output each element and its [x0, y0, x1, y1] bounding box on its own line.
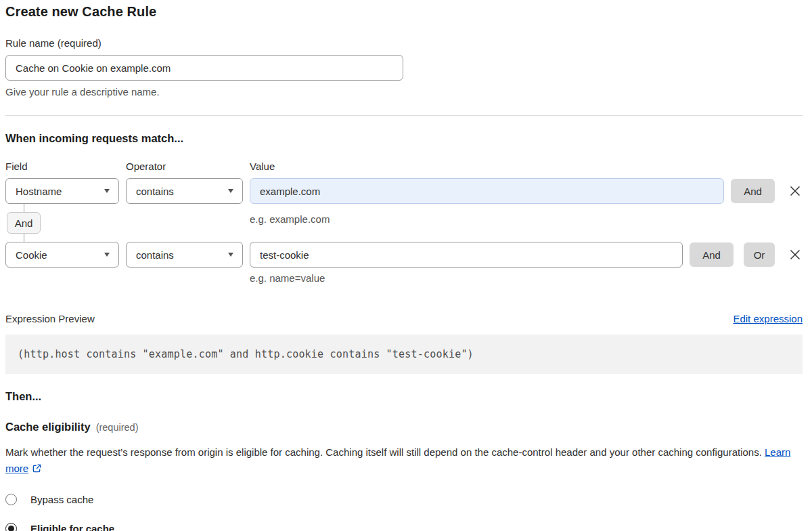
expression-preview-label: Expression Preview — [5, 313, 95, 324]
rule-name-section: Rule name (required) Give your rule a de… — [5, 37, 803, 98]
external-link-icon — [32, 463, 42, 473]
chevron-down-icon — [104, 253, 110, 257]
section-divider — [5, 115, 803, 116]
operator-select-1[interactable]: contains — [126, 178, 243, 204]
cache-eligibility-description: Mark whether the request’s response from… — [5, 444, 803, 477]
condition-column-labels: Field Operator Value — [5, 161, 803, 172]
remove-condition-2-button[interactable] — [788, 247, 803, 262]
field-select-1-value: Hostname — [16, 186, 62, 197]
field-column-label: Field — [5, 161, 126, 172]
connector-and-button[interactable]: And — [7, 212, 41, 234]
cache-eligibility-title: Cache eligibility — [5, 421, 91, 433]
match-heading: When incoming requests match... — [5, 132, 803, 145]
rule-name-label: Rule name (required) — [5, 37, 803, 49]
edit-expression-link[interactable]: Edit expression — [733, 313, 803, 324]
value-hint-1: e.g. example.com — [250, 213, 330, 225]
condition-connector-area: And e.g. example.com — [5, 204, 803, 242]
operator-select-1-value: contains — [136, 186, 174, 197]
field-select-1[interactable]: Hostname — [5, 178, 119, 204]
radio-label-bypass[interactable]: Bypass cache — [30, 494, 93, 505]
radio-unselected-icon[interactable] — [5, 494, 17, 505]
condition-row-1: Hostname contains And — [5, 178, 803, 204]
value-column-label: Value — [250, 161, 803, 172]
x-icon — [789, 249, 801, 261]
then-heading: Then... — [5, 390, 803, 403]
chevron-down-icon — [228, 253, 233, 257]
x-icon — [789, 185, 801, 197]
operator-select-2[interactable]: contains — [126, 242, 243, 268]
value-input-1[interactable] — [250, 178, 724, 204]
value-hint-2: e.g. name=value — [250, 272, 803, 284]
add-and-button-2[interactable]: And — [690, 242, 734, 267]
radio-option-bypass-cache[interactable]: Bypass cache — [5, 492, 803, 506]
create-cache-rule-page: Create new Cache Rule Rule name (require… — [0, 0, 812, 531]
radio-label-eligible[interactable]: Eligible for cache — [30, 523, 114, 531]
description-text: Mark whether the request’s response from… — [5, 446, 762, 458]
add-or-button-2[interactable]: Or — [744, 242, 775, 267]
rule-name-helper: Give your rule a descriptive name. — [5, 86, 803, 98]
rule-name-input[interactable] — [5, 55, 403, 81]
required-note: (required) — [96, 422, 139, 433]
operator-select-2-value: contains — [136, 249, 174, 261]
field-select-2[interactable]: Cookie — [5, 242, 119, 268]
page-title: Create new Cache Rule — [5, 4, 803, 20]
chevron-down-icon — [228, 189, 233, 193]
expression-code-block: (http.host contains "example.com" and ht… — [5, 335, 803, 374]
operator-column-label: Operator — [126, 161, 250, 172]
condition-row-2: Cookie contains And Or — [5, 242, 803, 268]
field-select-2-value: Cookie — [16, 249, 47, 261]
chevron-down-icon — [104, 189, 110, 193]
value-input-2[interactable] — [250, 242, 683, 268]
cache-eligibility-header: Cache eligibility (required) — [5, 421, 803, 433]
add-and-button-1[interactable]: And — [731, 179, 775, 203]
radio-selected-icon[interactable] — [5, 523, 17, 531]
expression-preview-header: Expression Preview Edit expression — [5, 313, 803, 324]
radio-option-eligible-for-cache[interactable]: Eligible for cache — [5, 522, 803, 531]
remove-condition-1-button[interactable] — [788, 184, 803, 198]
